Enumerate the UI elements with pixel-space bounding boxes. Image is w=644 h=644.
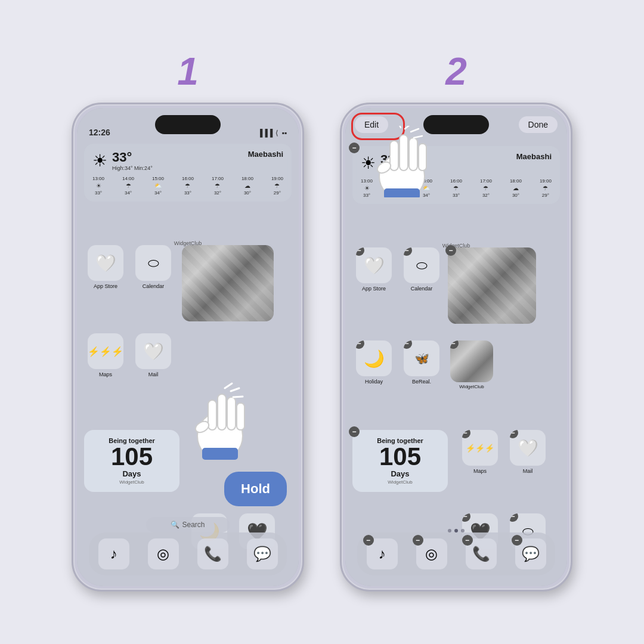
app-item-mail-1[interactable]: 🤍 Mail: [132, 333, 175, 378]
hold-button[interactable]: Hold: [224, 472, 287, 506]
app-item-bereal-2[interactable]: − 🦋 BeReal.: [400, 340, 443, 385]
search-bar-1[interactable]: 🔍 Search: [146, 517, 230, 532]
app-item-maps-2[interactable]: − ⚡⚡⚡ Maps: [459, 430, 501, 475]
remove-chrome[interactable]: −: [445, 245, 456, 256]
phone-2-screen: Edit Done − ☀ 33° High:34°: [345, 108, 567, 586]
step-2-number: 2: [445, 52, 467, 91]
phone-2-power: [571, 188, 572, 224]
appstore-icon-1[interactable]: 🤍: [88, 245, 123, 281]
remove-appstore[interactable]: −: [356, 247, 364, 256]
appstore-label-1: App Store: [94, 283, 117, 290]
phone-1-screen: 12:26 ▐▐▐ ⟨ ▪▪ ☀ 33: [77, 108, 299, 586]
phone-2-volume-up: [340, 230, 342, 262]
weather-hours-1: 13:00☀33° 14:00☂34° 15:00⛅34° 16:00☂33° …: [92, 176, 283, 196]
svg-rect-6: [202, 448, 238, 460]
remove-mail[interactable]: −: [510, 430, 518, 438]
svg-rect-13: [409, 138, 417, 171]
mail-icon-1[interactable]: 🤍: [135, 333, 171, 369]
remove-widgetclub-mini[interactable]: −: [450, 340, 459, 349]
countdown-unit-2: Days: [360, 469, 441, 478]
svg-rect-14: [419, 144, 426, 171]
remove-dock-safari[interactable]: −: [413, 535, 423, 546]
phone-2-inner: Edit Done − ☀ 33° High:34°: [345, 108, 567, 586]
dock-messages-wrapper-2: − 💬: [515, 538, 546, 569]
phone-volume-down: [72, 271, 73, 304]
app-item-appstore-1[interactable]: 🤍 App Store: [84, 245, 127, 321]
appstore-label-2: App Store: [362, 286, 386, 292]
widgetclub-countdown-2: WidgetClub: [360, 479, 441, 485]
remove-calendar[interactable]: −: [404, 247, 412, 256]
weather-sub-1: High:34° Min:24°: [112, 165, 153, 171]
chrome-widget-1: [182, 245, 274, 321]
hand-cursor-2: [369, 126, 435, 200]
app-item-mail-2[interactable]: − 🤍 Mail: [506, 430, 549, 475]
remove-foodie[interactable]: −: [462, 513, 470, 522]
phone-2-volume-down: [340, 271, 342, 304]
remove-maps[interactable]: −: [462, 430, 470, 438]
remove-dock-phone[interactable]: −: [462, 535, 473, 546]
widgetclub-mini-label: WidgetClub: [450, 384, 493, 390]
maps-icon-2[interactable]: − ⚡⚡⚡: [462, 430, 498, 466]
phone-2-volume-toggle: [340, 200, 342, 221]
chrome-widget-2: [448, 247, 536, 324]
mail-label-2: Mail: [523, 468, 533, 475]
svg-line-18: [411, 129, 419, 132]
holiday-label-2a: Holiday: [365, 379, 383, 385]
dock-messages-1[interactable]: 💬: [247, 538, 278, 569]
appstore-icon-2[interactable]: − 🤍: [356, 247, 392, 283]
svg-line-17: [405, 126, 411, 129]
weather-city-1: Maebashi: [248, 150, 283, 159]
maps-mail-row-2: − ⚡⚡⚡ Maps − 🤍 Mail: [459, 430, 549, 475]
done-button[interactable]: Done: [519, 116, 558, 133]
phone-power-btn: [302, 188, 304, 224]
app-item-calendar-1[interactable]: ⬭ Calendar: [132, 245, 175, 321]
bereal-label-2: BeReal.: [412, 379, 431, 385]
phone-volume-toggle: [72, 200, 73, 221]
remove-dock-music[interactable]: −: [363, 535, 374, 546]
remove-countdown[interactable]: −: [349, 426, 360, 437]
dock-phone-wrapper-2: − 📞: [466, 538, 497, 569]
chrome-widget-container-2: −: [448, 247, 536, 324]
svg-line-8: [231, 388, 239, 391]
status-time-1: 12:26: [89, 128, 110, 137]
widgetclub-mini-2: −: [450, 340, 493, 382]
svg-line-20: [398, 126, 401, 128]
app-row-1-1: 🤍 App Store ⬭ Calendar: [84, 245, 274, 321]
remove-dock-messages[interactable]: −: [512, 535, 522, 546]
bereal-icon-2[interactable]: − 🦋: [404, 340, 439, 376]
mail-icon-2[interactable]: − 🤍: [510, 430, 546, 466]
dock-1: ♪ ◎ 📞 💬: [89, 532, 287, 575]
calendar-label-1: Calendar: [143, 283, 165, 290]
remove-notes[interactable]: −: [510, 513, 518, 522]
countdown-number-1: 105: [91, 444, 172, 469]
remove-bereal[interactable]: −: [404, 340, 412, 349]
sun-icon-1: ☀: [92, 151, 107, 171]
app-row-2-1: ⚡⚡⚡⚡⚡ Maps 🤍 Mail: [84, 333, 175, 378]
mail-label-1: Mail: [148, 371, 159, 378]
main-container: 1 12:26 ▐▐▐ ⟨ ▪▪: [0, 29, 644, 615]
dock-safari-1[interactable]: ◎: [148, 538, 179, 569]
dock-safari-wrapper-2: − ◎: [416, 538, 447, 569]
dock-music-1[interactable]: ♪: [98, 538, 129, 569]
dock-phone-1[interactable]: 📞: [197, 538, 228, 569]
remove-weather-badge[interactable]: −: [349, 143, 360, 153]
weather-temp-1: 33°: [112, 150, 153, 165]
app-item-calendar-2[interactable]: − ⬭ Calendar: [400, 247, 443, 292]
remove-holiday2[interactable]: −: [356, 340, 364, 349]
svg-line-9: [233, 397, 243, 397]
app-item-appstore-2[interactable]: − 🤍 App Store: [352, 247, 395, 292]
svg-rect-3: [227, 397, 236, 430]
countdown-widget-2: − Being together 105 Days WidgetClub: [352, 430, 448, 492]
countdown-number-2: 105: [360, 444, 441, 469]
holiday-icon-2a[interactable]: − 🌙: [356, 340, 392, 376]
search-icon-1: 🔍: [171, 521, 179, 529]
app-item-maps-1[interactable]: ⚡⚡⚡⚡⚡ Maps: [84, 333, 127, 378]
dock-2: − ♪ − ◎ − 📞 − 💬: [357, 532, 555, 575]
phone-1: 12:26 ▐▐▐ ⟨ ▪▪ ☀ 33: [72, 103, 304, 592]
maps-label-1: Maps: [99, 371, 112, 378]
calendar-icon-1[interactable]: ⬭: [135, 245, 171, 281]
step-1: 1 12:26 ▐▐▐ ⟨ ▪▪: [72, 52, 304, 592]
maps-icon-1[interactable]: ⚡⚡⚡⚡⚡: [88, 333, 123, 369]
app-item-holiday-2a[interactable]: − 🌙 Holiday: [352, 340, 395, 385]
calendar-icon-2[interactable]: − ⬭: [404, 247, 439, 283]
